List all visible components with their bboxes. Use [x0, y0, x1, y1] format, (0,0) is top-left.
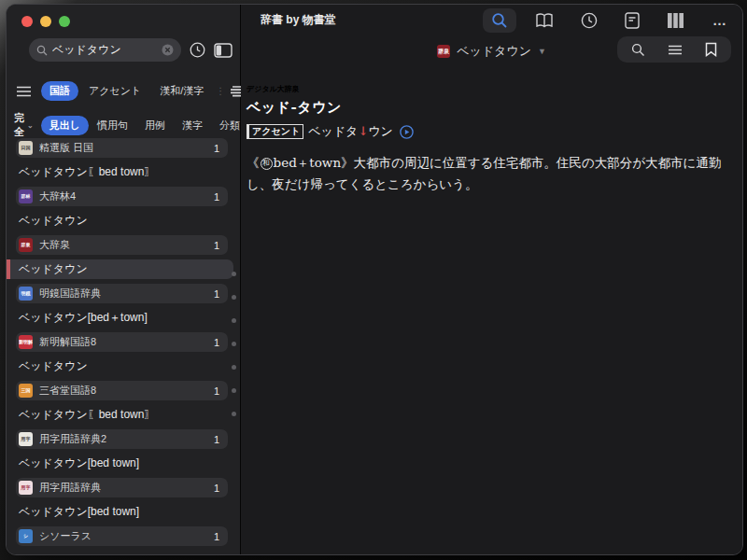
- find-in-page-icon[interactable]: [631, 43, 645, 57]
- definition-text: 《和bed＋town》大都市の周辺に位置する住宅都市。住民の大部分が大都市に通勤…: [247, 152, 729, 195]
- divider-dots: ⋮: [216, 86, 225, 96]
- sidebar-toggle-icon[interactable]: [214, 43, 233, 58]
- scroll-dot[interactable]: [232, 272, 236, 276]
- dictionary-icon: シ: [19, 529, 33, 543]
- results-list: 日国 精選版 日国 1 ベッドタウン〖bed town〗 辞林 大辞林4 1 ベ…: [7, 135, 240, 554]
- dictionary-name: シソーラス: [39, 529, 214, 543]
- dictionary-banner: デジタル大辞泉: [241, 84, 742, 94]
- search-result-row[interactable]: ベッドタウン〖bed town〗: [7, 162, 240, 182]
- dictionary-name: 三省堂国語8: [39, 384, 214, 398]
- search-result-row[interactable]: ベッドタウン: [7, 211, 240, 231]
- scroll-indicator[interactable]: [232, 272, 236, 416]
- entry-text: ベッドタウン: [19, 358, 88, 374]
- dictionary-header-row[interactable]: 日国 精選版 日国 1: [16, 138, 228, 158]
- tab-kokugo[interactable]: 国語: [41, 81, 78, 101]
- search-result-row[interactable]: ベッドタウン: [7, 259, 233, 279]
- dictionary-header-row[interactable]: 辞泉 大辞泉 1: [16, 235, 228, 255]
- dictionary-name: 大辞林4: [39, 189, 214, 203]
- entry-text: ベッドタウン: [19, 261, 88, 277]
- zoom-window-button[interactable]: [59, 16, 70, 27]
- dictionary-icon: 用字: [19, 432, 33, 446]
- filter-kanji[interactable]: 漢字: [174, 116, 211, 135]
- notes-icon[interactable]: [625, 12, 640, 29]
- scroll-dot[interactable]: [232, 295, 236, 300]
- tab-kanwa-kanji[interactable]: 漢和/漢字: [151, 81, 212, 101]
- dictionary-name: 明鏡国語辞典: [39, 287, 214, 301]
- dictionary-header-row[interactable]: 新明解 新明解国語8 1: [16, 332, 228, 352]
- entry-content: ベッド-タウン アクセント ベッドタ↓ウン 《和bed＋town》大都市の周辺に…: [247, 94, 729, 195]
- dictionary-header-row[interactable]: 用字 用字用語辞典 1: [16, 478, 228, 497]
- dictionary-icon: 辞泉: [19, 238, 33, 252]
- more-icon[interactable]: …: [712, 12, 727, 28]
- dictionary-name: 精選版 日国: [39, 141, 214, 155]
- entry-text: ベッドタウン[bed town]: [19, 455, 139, 471]
- wago-mark: 和: [261, 158, 273, 170]
- history-icon[interactable]: [190, 42, 205, 58]
- minimize-window-button[interactable]: [40, 16, 51, 27]
- result-count-badge: 1: [214, 531, 219, 542]
- scroll-dot[interactable]: [232, 318, 236, 323]
- history-icon[interactable]: [581, 12, 598, 29]
- chevron-down-icon: ▼: [538, 47, 546, 56]
- search-result-row[interactable]: ベッドタウン〖bed town〗: [7, 405, 240, 425]
- dictionary-header-row[interactable]: 辞林 大辞林4 1: [16, 187, 228, 206]
- library-icon[interactable]: [667, 12, 685, 29]
- dictionary-name: 用字用語辞典: [39, 481, 214, 495]
- tab-accent[interactable]: アクセント: [80, 81, 149, 101]
- dictionary-icon: 用字: [19, 481, 33, 495]
- book-icon[interactable]: [535, 13, 554, 28]
- pronunciation-play-button[interactable]: [400, 125, 414, 139]
- headword: ベッド-タウン: [247, 99, 729, 117]
- entry-text: ベッドタウン: [19, 213, 88, 229]
- result-count-badge: 1: [214, 288, 219, 300]
- sidebar: ベッドタウン 国語 アクセント 漢和/漢字 ⋮: [7, 5, 241, 554]
- selector-label: ベッドタウン: [457, 43, 531, 60]
- dictionary-name: 大辞泉: [39, 238, 214, 252]
- search-result-row[interactable]: ベッドタウン[bed town]: [7, 502, 240, 522]
- window-controls: [21, 16, 70, 27]
- dictionary-header-row[interactable]: 用字 用字用語辞典2 1: [16, 429, 228, 449]
- chevron-down-icon: ⌄: [27, 121, 34, 130]
- dictionary-header-row[interactable]: 三国 三省堂国語8 1: [16, 381, 228, 400]
- result-count-badge: 1: [214, 240, 219, 251]
- close-window-button[interactable]: [21, 16, 33, 27]
- window-title: 辞書 by 物書堂: [261, 12, 336, 28]
- accent-reading: ベッドタ↓ウン: [308, 123, 393, 140]
- filter-kanyoku[interactable]: 慣用句: [89, 116, 136, 135]
- result-count-badge: 1: [214, 337, 219, 348]
- bookmark-icon[interactable]: [705, 42, 717, 57]
- search-result-row[interactable]: ベッドタウン: [7, 357, 240, 376]
- search-result-row[interactable]: ベッドタウン[bed＋town]: [7, 308, 240, 328]
- dictionary-name: 用字用語辞典2: [39, 432, 214, 446]
- result-count-badge: 1: [214, 434, 219, 445]
- entry-text: ベッドタウン〖bed town〗: [19, 407, 155, 423]
- scroll-dot[interactable]: [232, 412, 236, 416]
- search-result-row[interactable]: ベッドタウン[bed town]: [7, 454, 240, 473]
- scroll-dot[interactable]: [232, 365, 236, 370]
- dictionary-icon: 明鏡: [19, 287, 33, 301]
- result-count-badge: 1: [214, 385, 219, 397]
- dictionary-header-row[interactable]: シ シソーラス 1: [16, 526, 228, 546]
- dictionary-mini-icon: 辞泉: [437, 45, 450, 58]
- filter-yourei[interactable]: 用例: [136, 116, 174, 135]
- banner-label: デジタル大辞泉: [247, 85, 300, 93]
- scroll-dot[interactable]: [232, 388, 236, 393]
- dictionary-app-window: ベッドタウン 国語 アクセント 漢和/漢字 ⋮: [6, 4, 743, 555]
- main-panel: 辞書 by 物書堂 …: [241, 5, 742, 554]
- result-count-badge: 1: [214, 143, 219, 154]
- search-input[interactable]: ベッドタウン: [29, 38, 181, 62]
- entry-text: ベッド・タウン（ベッドタウン）: [19, 553, 190, 554]
- search-mode-button[interactable]: [483, 8, 516, 33]
- dictionary-name: 新明解国語8: [39, 335, 214, 349]
- menu-icon[interactable]: [16, 86, 32, 97]
- scroll-dot[interactable]: [232, 342, 236, 346]
- list-icon[interactable]: [668, 45, 683, 55]
- dictionary-header-row[interactable]: 明鏡 明鏡国語辞典 1: [16, 284, 228, 303]
- clear-search-icon[interactable]: [162, 44, 174, 56]
- dictionary-icon: 辞林: [19, 189, 33, 203]
- entry-text: ベッドタウン〖bed town〗: [19, 164, 155, 180]
- search-result-row[interactable]: ベッド・タウン（ベッドタウン）: [7, 551, 240, 554]
- entry-text: ベッドタウン[bed＋town]: [19, 310, 148, 326]
- search-query-text: ベッドタウン: [52, 42, 157, 58]
- filter-midashi[interactable]: 見出し: [41, 116, 89, 135]
